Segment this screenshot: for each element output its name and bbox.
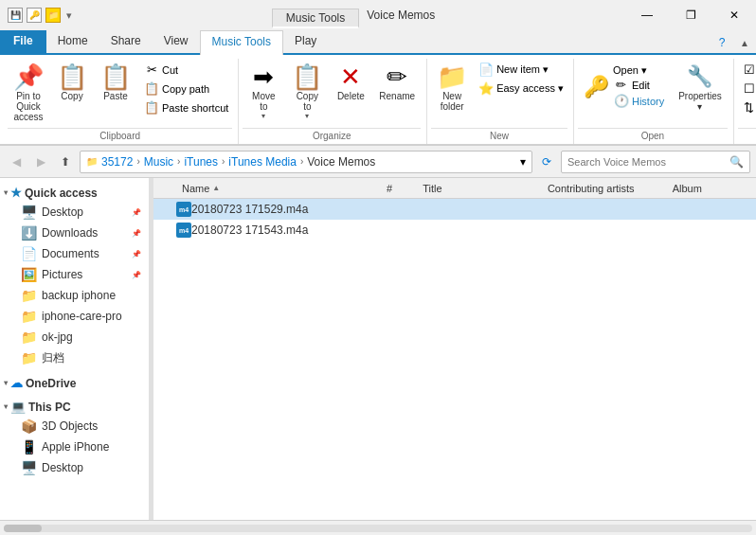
music-tools-tab[interactable]: Music Tools (272, 9, 359, 28)
tab-file[interactable]: File (0, 30, 46, 53)
sidebar-item-apple-iphone[interactable]: 📱 Apple iPhone (0, 437, 149, 457)
iphone-care-icon: 📁 (21, 309, 37, 324)
horizontal-scrollbar[interactable] (0, 520, 756, 535)
col-header-artist[interactable]: Contributing artists (542, 183, 667, 194)
back-button: ◀ (6, 152, 27, 172)
delete-button[interactable]: ✕ Delete (330, 61, 371, 105)
open-properties-big-button[interactable]: 🔧 Properties ▾ (673, 61, 728, 116)
tab-play[interactable]: Play (283, 30, 328, 53)
tab-view[interactable]: View (153, 30, 200, 53)
quick-properties-icon[interactable]: 🔑 (27, 8, 42, 23)
refresh-button[interactable]: ⟳ (536, 152, 557, 172)
edit-button[interactable]: ✏ Edit (613, 77, 665, 93)
desktop-pc-label: Desktop (42, 461, 83, 474)
search-box[interactable]: 🔍 (561, 151, 750, 173)
open-group: 🔑 Open ▾ ✏ Edit 🕐 History (574, 59, 734, 144)
window-title: Voice Memos (367, 9, 435, 22)
sidebar-item-backup-iphone[interactable]: 📁 backup iphone (0, 285, 149, 306)
sidebar-item-downloads[interactable]: ⬇️ Downloads 📌 (0, 223, 149, 243)
ribbon-collapse-button[interactable]: ▲ (733, 30, 756, 55)
sidebar-item-3d-objects[interactable]: 📦 3D Objects (0, 416, 149, 437)
sidebar-item-ok-jpg[interactable]: 📁 ok-jpg (0, 327, 149, 348)
file-row-2[interactable]: m4 20180723 171543.m4a (153, 220, 756, 241)
file-list-header: Name ▲ # Title Contributing artists Albu… (153, 178, 756, 199)
move-to-button[interactable]: ➡ Moveto ▾ (243, 61, 284, 124)
close-button[interactable]: ✕ (712, 0, 756, 30)
open-properties-label: Properties ▾ (678, 91, 722, 112)
sidebar-item-iphone-care[interactable]: 📁 iphone-care-pro (0, 306, 149, 327)
ribbon: 📌 Pin to Quickaccess 📋 Copy 📋 Paste (0, 55, 756, 146)
new-item-button[interactable]: 📄 New item ▾ (475, 61, 567, 79)
copy-to-button[interactable]: 📋 Copyto ▾ (286, 61, 328, 124)
rename-button[interactable]: ✏ Rename (373, 61, 421, 105)
pin-label: Pin to Quickaccess (13, 91, 44, 122)
sidebar-item-desktop-pc[interactable]: 🖥️ Desktop (0, 457, 149, 478)
new-folder-icon: 📁 (437, 64, 467, 89)
breadcrumb-itunes-media[interactable]: iTunes Media (228, 155, 297, 169)
paste-shortcut-icon: 📋 (144, 100, 159, 115)
history-button[interactable]: 🕐 History (613, 93, 665, 109)
edit-label: Edit (632, 80, 650, 91)
history-icon: 🕐 (614, 94, 629, 108)
col-header-title[interactable]: Title (417, 183, 542, 194)
copy-path-button[interactable]: 📋 Copy path (140, 80, 232, 98)
search-input[interactable] (567, 156, 729, 168)
scrollbar-thumb[interactable] (4, 525, 42, 532)
sidebar-item-documents[interactable]: 📄 Documents 📌 (0, 243, 149, 264)
col-header-hash[interactable]: # (381, 183, 417, 194)
restore-button[interactable]: ❐ (669, 0, 712, 30)
select-none-button[interactable]: ☐ Select none (738, 80, 756, 98)
select-all-button[interactable]: ☑ Select all (738, 61, 756, 79)
tab-music-tools[interactable]: Music Tools (200, 30, 283, 55)
file-row-1[interactable]: m4 20180723 171529.m4a (153, 199, 756, 220)
breadcrumb-music[interactable]: Music (144, 155, 173, 169)
move-to-arrow: ▾ (261, 112, 265, 120)
easy-access-button[interactable]: ⭐ Easy access ▾ (475, 80, 567, 98)
breadcrumb-35172[interactable]: 35172 (101, 155, 133, 169)
tab-share[interactable]: Share (99, 30, 153, 53)
cut-button[interactable]: ✂ Cut (140, 61, 232, 79)
title-bar: 💾 🔑 📁 ▾ Music Tools Voice Memos — ❐ ✕ (0, 0, 756, 30)
onedrive-cloud-icon: ☁ (10, 376, 23, 390)
breadcrumb-dropdown[interactable]: ▾ (520, 155, 526, 169)
copy-to-arrow: ▾ (305, 112, 309, 120)
title-dropdown-arrow[interactable]: ▾ (64, 9, 74, 22)
up-button[interactable]: ⬆ (55, 152, 76, 172)
quick-access-chevron: ▾ (4, 188, 8, 197)
apple-iphone-icon: 📱 (21, 439, 37, 455)
sidebar: ▾ ★ Quick access 🖥️ Desktop 📌 ⬇️ Downloa… (0, 178, 150, 520)
this-pc-header[interactable]: ▾ 💻 This PC (0, 396, 149, 416)
organize-group-content: ➡ Moveto ▾ 📋 Copyto ▾ ✕ Delete ✏ Rename (243, 59, 421, 126)
quick-access-header[interactable]: ▾ ★ Quick access (0, 182, 149, 202)
invert-selection-button[interactable]: ⇅ Invert selection (738, 98, 756, 116)
help-button[interactable]: ? (711, 30, 733, 55)
paste-icon: 📋 (100, 64, 131, 89)
breadcrumb-itunes[interactable]: iTunes (184, 155, 218, 169)
clipboard-small-buttons: ✂ Cut 📋 Copy path 📋 Paste shortcut (140, 61, 232, 116)
col-album-label: Album (673, 183, 702, 194)
iphone-care-label: iphone-care-pro (42, 310, 122, 323)
paste-button[interactable]: 📋 Paste (95, 61, 136, 116)
forward-button: ▶ (30, 152, 51, 172)
col-title-label: Title (423, 183, 441, 194)
invert-selection-icon: ⇅ (742, 100, 756, 115)
copy-button[interactable]: 📋 Copy (51, 61, 93, 105)
pin-to-quick-access-button[interactable]: 📌 Pin to Quickaccess (8, 61, 49, 126)
file-pane: Name ▲ # Title Contributing artists Albu… (153, 178, 756, 520)
breadcrumb[interactable]: 📁 35172 › Music › iTunes › iTunes Media … (80, 151, 532, 173)
col-header-album[interactable]: Album (667, 183, 756, 194)
new-folder-button[interactable]: 📁 Newfolder (431, 61, 473, 116)
onedrive-header[interactable]: ▾ ☁ OneDrive (0, 372, 149, 392)
col-header-name[interactable]: Name ▲ (176, 183, 381, 194)
sidebar-item-pictures[interactable]: 🖼️ Pictures 📌 (0, 264, 149, 285)
pin-icon: 📌 (13, 64, 44, 89)
quick-save-icon[interactable]: 💾 (8, 8, 23, 23)
tab-home[interactable]: Home (46, 30, 99, 53)
sidebar-item-archive[interactable]: 📁 归档 (0, 348, 149, 368)
properties-button[interactable]: 🔑 Open ▾ ✏ Edit 🕐 History (578, 61, 671, 113)
paste-shortcut-button[interactable]: 📋 Paste shortcut (140, 98, 232, 116)
sidebar-item-desktop[interactable]: 🖥️ Desktop 📌 (0, 202, 149, 223)
minimize-button[interactable]: — (625, 0, 669, 30)
apple-iphone-label: Apple iPhone (42, 440, 109, 454)
organize-label: Organize (243, 128, 421, 144)
